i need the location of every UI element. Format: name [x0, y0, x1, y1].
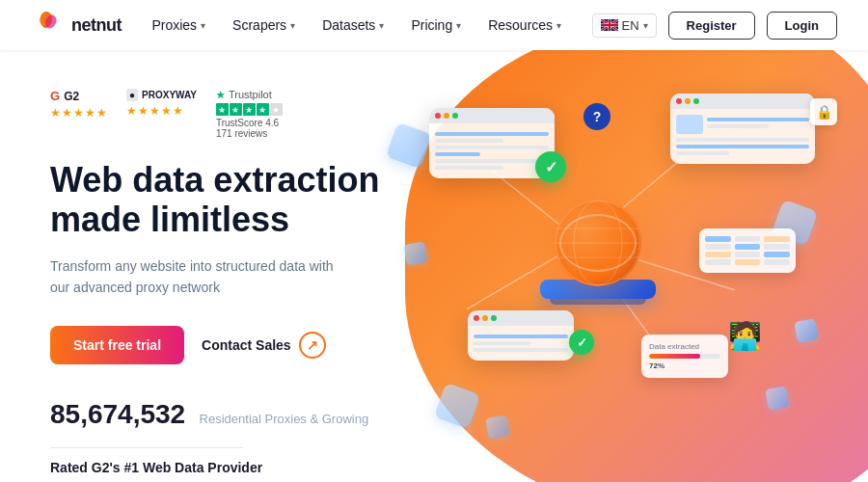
star-half-icon: ★ [96, 106, 107, 120]
star-icon: ★ [62, 106, 72, 120]
nav-proxies[interactable]: Proxies ▾ [151, 17, 205, 33]
star-icon: ★ [161, 104, 172, 118]
hero-heading: Web data extraction made limitless [50, 160, 391, 240]
progress-card: Data extracted 72% [641, 335, 728, 378]
data-table-card [699, 228, 796, 273]
tp-label: Trustpilot [229, 89, 272, 100]
trustpilot-badge: ★ Trustpilot ★ ★ ★ ★ ★ TrustScore 4.6 17… [216, 89, 283, 139]
progress-label: Data extracted [649, 342, 720, 351]
hero-stat: 85,674,532 Residential Proxies & Growing [50, 399, 391, 430]
chevron-down-icon: ▾ [201, 20, 205, 31]
register-button[interactable]: Register [668, 12, 755, 40]
nav-scrapers[interactable]: Scrapers ▾ [232, 17, 295, 33]
globe-illustration [555, 200, 641, 286]
tp-logo: ★ [216, 90, 225, 100]
lang-chevron-icon: ▾ [643, 20, 648, 31]
pw-stars: ★ ★ ★ ★ ★ [126, 104, 183, 118]
cube-decoration-6 [794, 318, 818, 342]
tp-score: TrustScore 4.6 171 reviews [216, 118, 279, 139]
tp-star-half-icon: ★ [270, 103, 283, 116]
pw-label: PROXYWAY [142, 90, 197, 100]
hero-section: G G2 ★ ★ ★ ★ ★ ● PROXYWAY ★ [0, 50, 868, 482]
rated-label: Rated G2's #1 Web Data Provider [50, 460, 391, 475]
star-half-icon: ★ [173, 104, 183, 118]
language-selector[interactable]: EN ▾ [592, 13, 657, 38]
nav-resources[interactable]: Resources ▾ [488, 17, 561, 33]
hero-subtext: Transform any website into structured da… [50, 255, 349, 299]
g2-stars: ★ ★ ★ ★ ★ [50, 106, 107, 120]
star-icon: ★ [73, 106, 84, 120]
chevron-down-icon: ▾ [379, 20, 384, 31]
tp-star-icon: ★ [243, 103, 256, 116]
question-icon: ? [583, 103, 610, 130]
contact-sales-button[interactable]: Contact Sales ↗ [202, 332, 326, 359]
g2-label: G2 [64, 90, 79, 103]
proxyway-badge: ● PROXYWAY ★ ★ ★ ★ ★ [126, 89, 197, 118]
hero-left: G G2 ★ ★ ★ ★ ★ ● PROXYWAY ★ [0, 50, 391, 482]
browser-window-2 [670, 94, 815, 164]
lang-label: EN [622, 18, 639, 33]
hero-cta: Start free trial Contact Sales ↗ [50, 326, 391, 364]
logo[interactable]: netnut [31, 8, 122, 42]
nav-datasets[interactable]: Datasets ▾ [322, 17, 384, 33]
login-button[interactable]: Login [767, 12, 837, 40]
stat-label: Residential Proxies & Growing [200, 412, 369, 426]
check-icon-2: ✓ [569, 330, 594, 355]
chevron-down-icon: ▾ [456, 20, 461, 31]
pw-logo: ● [126, 89, 138, 101]
tp-stars: ★ ★ ★ ★ ★ [216, 103, 283, 116]
svg-point-7 [574, 201, 622, 285]
star-icon: ★ [138, 104, 149, 118]
check-icon: ✓ [535, 151, 566, 182]
star-icon: ★ [149, 104, 160, 118]
g2-logo: G [50, 89, 60, 103]
logo-icon [31, 8, 66, 42]
figure-illustration: 🧑‍💻 [728, 320, 762, 352]
lock-icon: 🔒 [810, 98, 837, 125]
arrow-circle-icon: ↗ [299, 332, 326, 359]
tp-star-icon: ★ [257, 103, 269, 116]
logo-text: netnut [71, 15, 122, 36]
hero-right: ✓ ? [391, 50, 868, 482]
globe-lines [555, 200, 641, 286]
review-badges: G G2 ★ ★ ★ ★ ★ ● PROXYWAY ★ [50, 89, 391, 139]
uk-flag-icon [601, 19, 618, 31]
tp-star-icon: ★ [230, 103, 242, 116]
progress-value: 72% [649, 362, 720, 370]
g2-badge: G G2 ★ ★ ★ ★ ★ [50, 89, 107, 120]
cube-decoration-2 [403, 241, 427, 265]
star-icon: ★ [126, 104, 137, 118]
chevron-down-icon: ▾ [290, 20, 295, 31]
start-trial-button[interactable]: Start free trial [50, 326, 184, 364]
star-icon: ★ [50, 106, 61, 120]
star-icon: ★ [85, 106, 95, 120]
nav-right: EN ▾ Register Login [592, 12, 837, 40]
progress-bar [649, 354, 720, 359]
svg-point-6 [556, 201, 640, 285]
progress-fill [649, 354, 700, 359]
chevron-down-icon: ▾ [556, 20, 561, 31]
nav-links: Proxies ▾ Scrapers ▾ Datasets ▾ Pricing … [151, 17, 561, 33]
cube-decoration-4 [485, 415, 509, 439]
tp-star-icon: ★ [216, 103, 229, 116]
navbar: netnut Proxies ▾ Scrapers ▾ Datasets ▾ P… [0, 0, 868, 50]
stat-number: 85,674,532 [50, 399, 185, 429]
browser-window-3 [468, 310, 574, 361]
stat-divider [50, 447, 243, 448]
cube-decoration-7 [765, 386, 789, 410]
nav-pricing[interactable]: Pricing ▾ [411, 17, 461, 33]
